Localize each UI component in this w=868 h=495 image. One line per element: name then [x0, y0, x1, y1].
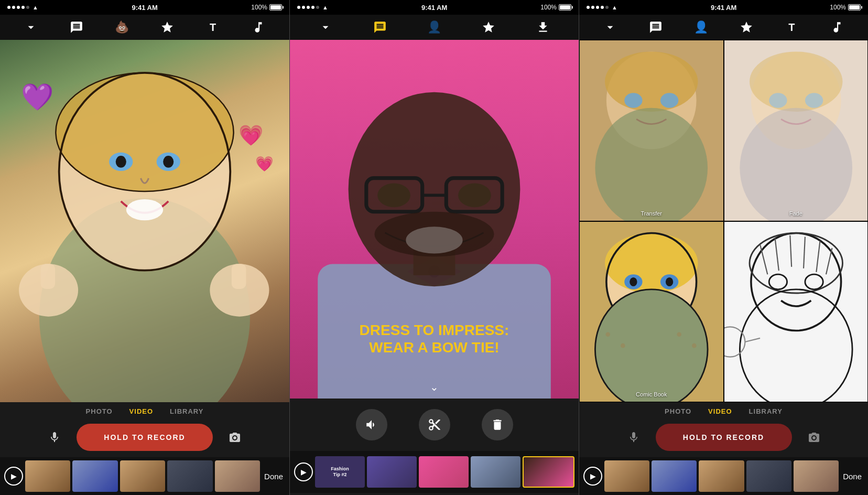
- svg-point-19: [349, 92, 520, 287]
- microphone-button[interactable]: [43, 426, 66, 449]
- signal-dots: ▲: [7, 4, 38, 10]
- play-button-2[interactable]: ▶: [294, 462, 313, 481]
- filter-cell-sketch[interactable]: [724, 221, 869, 403]
- music-icon[interactable]: [235, 20, 281, 34]
- dot3: [596, 6, 599, 9]
- battery-fill: [270, 5, 281, 9]
- svg-point-24: [458, 184, 491, 208]
- battery-fill-3: [849, 5, 860, 9]
- thumb-shirt[interactable]: [471, 456, 520, 488]
- emoji-icon[interactable]: 💩: [99, 20, 145, 34]
- thumb-selected[interactable]: [523, 456, 574, 488]
- filter-grid: Transfer Fade: [579, 40, 868, 402]
- text-icon-3[interactable]: T: [769, 21, 815, 34]
- filter-cell-fade[interactable]: Fade: [724, 40, 869, 221]
- download-icon-2[interactable]: [516, 20, 570, 34]
- tab-video-1[interactable]: VIDEO: [129, 407, 153, 415]
- battery-pct: 100%: [251, 4, 267, 11]
- filter-label-transfer: Transfer: [580, 210, 723, 217]
- mode-tabs-3: PHOTO VIDEO LIBRARY: [579, 402, 868, 419]
- record-button-3[interactable]: HOLD TO RECORD: [656, 424, 792, 451]
- thumb-strip-3: ▶ Done: [579, 457, 868, 495]
- pull-handle[interactable]: ⌄: [290, 381, 579, 393]
- top-nav-1: 💩 T: [0, 15, 289, 40]
- filter-cell-transfer[interactable]: Transfer: [579, 40, 724, 221]
- svg-point-6: [116, 156, 126, 168]
- wifi-icon-3: ▲: [612, 4, 617, 10]
- svg-point-3: [56, 73, 233, 191]
- transfer-preview: [580, 40, 723, 221]
- battery-fill-2: [560, 5, 570, 9]
- battery-icon: [269, 4, 282, 10]
- chat-icon-2[interactable]: [353, 20, 407, 34]
- sketch-preview: [724, 222, 868, 402]
- dot2: [12, 6, 15, 9]
- play-button-3[interactable]: ▶: [583, 467, 602, 486]
- scissors-button[interactable]: [419, 409, 450, 440]
- star-icon-2[interactable]: [461, 20, 516, 34]
- time-display-3: 9:41 AM: [711, 4, 736, 12]
- svg-point-53: [621, 343, 625, 348]
- filter-label-fade: Fade: [724, 210, 868, 217]
- thumb-3-3[interactable]: [699, 460, 744, 492]
- chat-icon-3[interactable]: [633, 20, 679, 34]
- dot2: [302, 6, 305, 9]
- svg-point-26: [375, 212, 494, 257]
- tab-photo-1[interactable]: PHOTO: [86, 407, 113, 415]
- status-bar-2: ▲ 9:41 AM 100%: [290, 0, 579, 15]
- done-label-3[interactable]: Done: [841, 472, 864, 481]
- svg-point-46: [630, 277, 637, 286]
- record-button-1[interactable]: HOLD TO RECORD: [77, 424, 213, 451]
- star-icon-3[interactable]: [724, 20, 769, 34]
- thumb-3-4[interactable]: [746, 460, 791, 492]
- record-row-1: HOLD TO RECORD: [0, 419, 289, 457]
- svg-rect-12: [232, 264, 246, 289]
- emoji-active-icon-3[interactable]: 👤: [678, 20, 724, 34]
- thumb-1[interactable]: [25, 460, 70, 492]
- tab-video-3[interactable]: VIDEO: [708, 407, 732, 415]
- emoji-icon-2[interactable]: 👤: [407, 20, 462, 34]
- play-button-1[interactable]: ▶: [4, 467, 23, 486]
- bottom-controls-1: PHOTO VIDEO LIBRARY HOLD TO RECORD ▶ Don…: [0, 402, 289, 495]
- fade-preview: [724, 40, 868, 221]
- star-icon[interactable]: [145, 20, 190, 34]
- thumb-3-1[interactable]: [604, 460, 649, 492]
- microphone-button-3[interactable]: [622, 426, 645, 449]
- thumb-bowtie[interactable]: [367, 456, 417, 488]
- thumb-2[interactable]: [72, 460, 117, 492]
- battery-area-2: 100%: [540, 4, 571, 11]
- thumb-3-2[interactable]: [652, 460, 697, 492]
- battery-pct-3: 100%: [830, 4, 846, 11]
- thumb-5[interactable]: [215, 460, 260, 492]
- svg-point-47: [666, 277, 673, 286]
- thumb-3-5[interactable]: [794, 460, 839, 492]
- volume-button[interactable]: [356, 409, 387, 440]
- chat-icon[interactable]: [54, 20, 100, 34]
- trash-button[interactable]: [482, 409, 513, 440]
- svg-point-54: [677, 332, 681, 337]
- text-icon[interactable]: T: [190, 21, 236, 34]
- thumb-label-item[interactable]: FashionTip #2: [315, 456, 365, 488]
- filter-cell-comic[interactable]: Comic Book: [579, 221, 724, 403]
- chevron-down-icon[interactable]: [8, 20, 54, 34]
- record-label-3: HOLD TO RECORD: [683, 433, 764, 442]
- chevron-down-icon-2[interactable]: [298, 20, 353, 34]
- music-icon-3[interactable]: [815, 20, 860, 34]
- wifi-icon: ▲: [32, 4, 38, 10]
- chevron-down-icon-3[interactable]: [588, 20, 633, 34]
- flip-camera-button[interactable]: [223, 426, 246, 449]
- thumb-pink[interactable]: [419, 456, 469, 488]
- tab-library-1[interactable]: LIBRARY: [170, 407, 203, 415]
- thumb-3[interactable]: [120, 460, 165, 492]
- thumb-4[interactable]: [167, 460, 212, 492]
- video-text: DRESS TO IMPRESS:WEAR A BOW TIE!: [290, 321, 579, 357]
- dot5: [26, 6, 29, 9]
- cartoon-illustration: [0, 40, 289, 402]
- battery-icon-3: [848, 4, 861, 10]
- done-label-1[interactable]: Done: [262, 472, 285, 481]
- flip-camera-button-3[interactable]: [802, 426, 826, 449]
- signal-dots-2: ▲: [297, 4, 328, 10]
- tab-library-3[interactable]: LIBRARY: [749, 407, 783, 415]
- tab-photo-3[interactable]: PHOTO: [665, 407, 691, 415]
- wifi-icon-2: ▲: [322, 4, 328, 10]
